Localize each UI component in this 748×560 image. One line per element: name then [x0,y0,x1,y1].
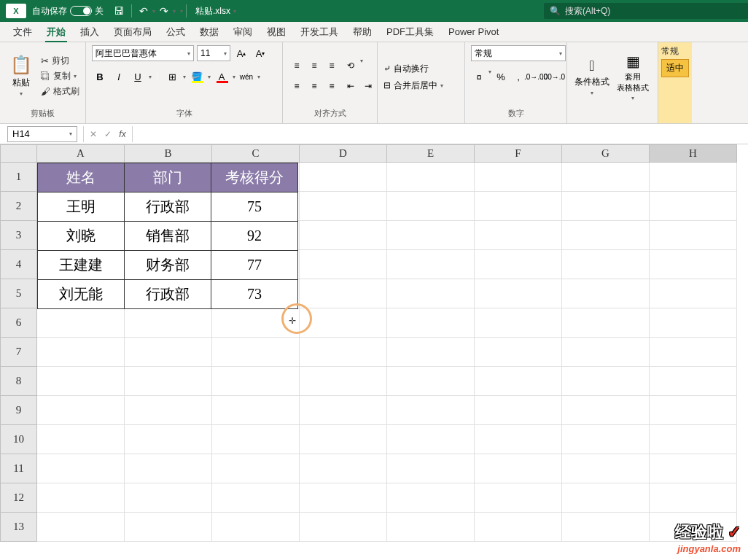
cell[interactable] [300,308,387,338]
cell[interactable] [475,513,562,542]
align-right-button[interactable]: ≡ [324,78,340,94]
row-header[interactable]: 13 [1,513,37,542]
font-name-select[interactable]: 阿里巴巴普惠体▾ [92,45,194,61]
cell[interactable] [475,221,562,250]
cell-dept[interactable]: 行政部 [125,192,211,222]
column-header[interactable]: D [300,145,387,163]
cell[interactable] [37,367,125,396]
cell[interactable] [37,308,125,338]
cell[interactable] [562,513,650,542]
cell[interactable] [387,454,475,483]
name-box[interactable]: H14▾ [7,126,77,142]
row-header[interactable]: 6 [1,308,37,338]
font-color-button[interactable]: A [214,69,230,85]
currency-button[interactable]: ¤ [471,69,487,85]
redo-icon[interactable]: ↷ [160,5,168,17]
cell[interactable] [562,425,650,454]
cell[interactable] [650,425,737,454]
sheet-area[interactable]: ABCDEFGH12345678910111213 姓名 部门 考核得分 王明行… [0,144,748,560]
cell[interactable] [562,192,650,221]
table-style-button[interactable]: ▦ 套用 表格格式 ▾ [614,52,652,101]
cell[interactable] [37,483,125,513]
row-header[interactable]: 9 [1,396,37,425]
font-size-select[interactable]: 11▾ [197,45,230,61]
cell[interactable] [300,163,387,192]
align-center-button[interactable]: ≡ [306,78,322,94]
decrease-decimal-button[interactable]: .00→.0 [545,69,561,85]
cell[interactable] [562,163,650,192]
percent-button[interactable]: % [493,69,509,85]
cell[interactable] [650,308,737,338]
row-header[interactable]: 2 [1,192,37,221]
cell[interactable] [387,308,475,338]
cell[interactable] [562,454,650,483]
cell[interactable] [475,308,562,338]
paste-button[interactable]: 📋 粘贴 ▾ [6,55,36,97]
align-left-button[interactable]: ≡ [289,78,305,94]
cell-name[interactable]: 刘晓 [38,222,125,251]
cell[interactable] [37,454,125,483]
cell[interactable] [125,483,212,513]
cell[interactable] [387,338,475,367]
fill-color-button[interactable]: 🪣 [189,69,205,85]
cell[interactable] [300,454,387,483]
cell[interactable] [212,396,300,425]
cell[interactable] [37,396,125,425]
orientation-button[interactable]: ⟲ [343,58,359,74]
cell[interactable] [387,192,475,221]
cell[interactable] [212,513,300,542]
chevron-down-icon[interactable]: ▾ [208,74,211,80]
cell[interactable] [562,396,650,425]
chevron-down-icon[interactable]: ▾ [152,8,155,15]
conditional-format-button[interactable]: 🇆 条件格式 ▾ [573,58,611,96]
cell-name[interactable]: 王明 [38,192,125,222]
cell[interactable] [650,367,737,396]
cell[interactable] [562,367,650,396]
cell[interactable] [300,396,387,425]
cell[interactable] [387,221,475,250]
cell[interactable] [650,163,737,192]
menu-view[interactable]: 视图 [260,23,293,42]
cell[interactable] [387,483,475,513]
increase-indent-button[interactable]: ⇥ [360,78,376,94]
row-header[interactable]: 8 [1,367,37,396]
underline-button[interactable]: U [130,69,146,85]
cell[interactable] [650,338,737,367]
cell[interactable] [387,513,475,542]
cell[interactable] [387,396,475,425]
undo-icon[interactable]: ↶ [139,5,148,17]
cell[interactable] [125,425,212,454]
fx-button[interactable]: fx [116,129,129,139]
column-header[interactable]: C [212,145,300,163]
cell[interactable] [562,483,650,513]
cell-dept[interactable]: 行政部 [125,280,211,309]
cell-name[interactable]: 王建建 [38,251,125,280]
cell[interactable] [300,279,387,308]
cell[interactable] [650,221,737,250]
chevron-down-icon[interactable]: ▾ [360,58,363,74]
customize-qat-icon[interactable]: ▾ [180,8,183,15]
cell[interactable] [300,338,387,367]
cell[interactable] [650,396,737,425]
cell[interactable] [562,279,650,308]
menu-pdf[interactable]: PDF工具集 [379,23,441,42]
cell[interactable] [475,367,562,396]
cell[interactable] [212,367,300,396]
column-header[interactable]: H [650,145,737,163]
cell[interactable] [650,279,737,308]
menu-page-layout[interactable]: 页面布局 [106,23,159,42]
column-header[interactable]: B [125,145,212,163]
cell[interactable] [300,250,387,279]
row-header[interactable]: 12 [1,483,37,513]
cell[interactable] [475,425,562,454]
row-header[interactable]: 10 [1,425,37,454]
phonetic-button[interactable]: wén [238,69,254,85]
select-all-corner[interactable] [1,145,37,163]
menu-file[interactable]: 文件 [6,23,39,42]
row-header[interactable]: 11 [1,454,37,483]
cell[interactable] [562,338,650,367]
chevron-down-icon[interactable]: ▾ [488,69,491,85]
cell[interactable] [300,425,387,454]
align-middle-button[interactable]: ≡ [306,58,322,74]
cell[interactable] [212,338,300,367]
